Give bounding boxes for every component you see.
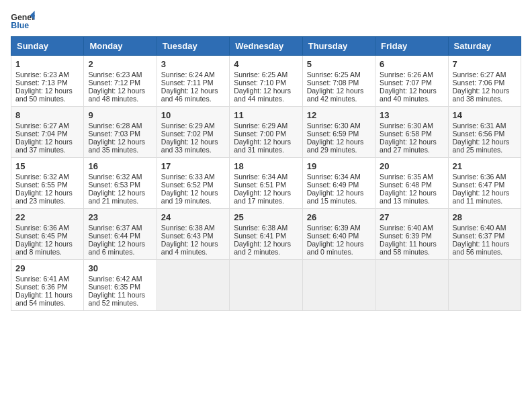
calendar-cell: 5Sunrise: 6:25 AMSunset: 7:08 PMDaylight… [302, 56, 375, 107]
sunrise: Sunrise: 6:29 AM [161, 122, 215, 130]
calendar-cell: 13Sunrise: 6:30 AMSunset: 6:58 PMDayligh… [375, 107, 448, 158]
calendar: SundayMondayTuesdayWednesdayThursdayFrid… [11, 36, 521, 311]
day-number: 21 [453, 161, 517, 171]
calendar-cell: 11Sunrise: 6:29 AMSunset: 7:00 PMDayligh… [230, 107, 302, 158]
day-number: 12 [307, 110, 371, 120]
daylight: Daylight: 12 hours and 23 minutes. [15, 189, 73, 205]
sunset: Sunset: 7:12 PM [88, 79, 140, 87]
day-number: 29 [15, 263, 79, 273]
sunrise: Sunrise: 6:27 AM [453, 71, 506, 79]
day-number: 26 [307, 212, 371, 222]
sunrise: Sunrise: 6:34 AM [234, 173, 287, 181]
daylight: Daylight: 11 hours and 52 minutes. [88, 291, 145, 307]
sunset: Sunset: 6:39 PM [380, 232, 432, 240]
daylight: Daylight: 12 hours and 31 minutes. [234, 138, 291, 154]
day-number: 23 [88, 212, 152, 222]
calendar-cell: 10Sunrise: 6:29 AMSunset: 7:02 PMDayligh… [157, 107, 229, 158]
logo-icon: General Blue [11, 11, 35, 31]
sunrise: Sunrise: 6:30 AM [380, 122, 433, 130]
sunrise: Sunrise: 6:31 AM [453, 122, 506, 130]
day-number: 17 [161, 161, 225, 171]
day-number: 13 [380, 110, 443, 120]
sunrise: Sunrise: 6:36 AM [453, 173, 506, 181]
calendar-cell: 26Sunrise: 6:39 AMSunset: 6:40 PMDayligh… [302, 209, 375, 260]
sunset: Sunset: 6:58 PM [380, 130, 432, 138]
svg-text:Blue: Blue [11, 21, 29, 30]
calendar-cell: 4Sunrise: 6:25 AMSunset: 7:10 PMDaylight… [230, 56, 302, 107]
calendar-week-3: 15Sunrise: 6:32 AMSunset: 6:55 PMDayligh… [11, 158, 521, 209]
sunset: Sunset: 6:52 PM [161, 181, 214, 189]
calendar-cell: 16Sunrise: 6:32 AMSunset: 6:53 PMDayligh… [84, 158, 157, 209]
day-number: 14 [453, 110, 517, 120]
day-number: 22 [15, 212, 79, 222]
day-header-tuesday: Tuesday [157, 37, 229, 56]
sunrise: Sunrise: 6:40 AM [380, 224, 433, 232]
calendar-cell [157, 260, 229, 311]
calendar-cell: 15Sunrise: 6:32 AMSunset: 6:55 PMDayligh… [11, 158, 84, 209]
sunrise: Sunrise: 6:35 AM [380, 173, 433, 181]
sunset: Sunset: 7:08 PM [307, 79, 359, 87]
sunrise: Sunrise: 6:37 AM [88, 224, 142, 232]
calendar-cell: 9Sunrise: 6:28 AMSunset: 7:03 PMDaylight… [84, 107, 157, 158]
sunrise: Sunrise: 6:27 AM [15, 122, 69, 130]
day-number: 16 [88, 161, 152, 171]
daylight: Daylight: 12 hours and 19 minutes. [161, 189, 218, 205]
sunrise: Sunrise: 6:28 AM [88, 122, 142, 130]
sunrise: Sunrise: 6:30 AM [307, 122, 361, 130]
daylight: Daylight: 12 hours and 46 minutes. [161, 87, 218, 103]
day-header-sunday: Sunday [11, 37, 84, 56]
calendar-cell: 19Sunrise: 6:34 AMSunset: 6:49 PMDayligh… [302, 158, 375, 209]
calendar-cell: 30Sunrise: 6:42 AMSunset: 6:35 PMDayligh… [84, 260, 157, 311]
calendar-cell: 28Sunrise: 6:40 AMSunset: 6:37 PMDayligh… [448, 209, 521, 260]
sunset: Sunset: 6:37 PM [453, 232, 505, 240]
sunset: Sunset: 6:36 PM [15, 283, 68, 291]
sunset: Sunset: 6:55 PM [15, 181, 68, 189]
day-number: 1 [15, 59, 79, 69]
calendar-header-row: SundayMondayTuesdayWednesdayThursdayFrid… [11, 37, 521, 56]
daylight: Daylight: 12 hours and 8 minutes. [15, 240, 73, 256]
day-number: 28 [453, 212, 517, 222]
day-header-friday: Friday [375, 37, 448, 56]
sunrise: Sunrise: 6:23 AM [15, 71, 69, 79]
daylight: Daylight: 12 hours and 21 minutes. [88, 189, 145, 205]
calendar-week-1: 1Sunrise: 6:23 AMSunset: 7:13 PMDaylight… [11, 56, 521, 107]
sunset: Sunset: 6:43 PM [161, 232, 214, 240]
sunset: Sunset: 7:02 PM [161, 130, 214, 138]
calendar-cell: 12Sunrise: 6:30 AMSunset: 6:59 PMDayligh… [302, 107, 375, 158]
sunrise: Sunrise: 6:32 AM [15, 173, 69, 181]
calendar-cell: 23Sunrise: 6:37 AMSunset: 6:44 PMDayligh… [84, 209, 157, 260]
daylight: Daylight: 12 hours and 4 minutes. [161, 240, 218, 256]
daylight: Daylight: 11 hours and 56 minutes. [453, 240, 510, 256]
daylight: Daylight: 12 hours and 40 minutes. [380, 87, 437, 103]
daylight: Daylight: 12 hours and 27 minutes. [380, 138, 437, 154]
daylight: Daylight: 12 hours and 38 minutes. [453, 87, 510, 103]
logo: General Blue [11, 11, 35, 31]
calendar-cell: 22Sunrise: 6:36 AMSunset: 6:45 PMDayligh… [11, 209, 84, 260]
daylight: Daylight: 11 hours and 54 minutes. [15, 291, 73, 307]
day-number: 11 [234, 110, 298, 120]
day-number: 18 [234, 161, 298, 171]
sunrise: Sunrise: 6:40 AM [453, 224, 506, 232]
daylight: Daylight: 12 hours and 15 minutes. [307, 189, 364, 205]
sunset: Sunset: 7:07 PM [380, 79, 432, 87]
sunrise: Sunrise: 6:34 AM [307, 173, 361, 181]
sunset: Sunset: 6:53 PM [88, 181, 140, 189]
calendar-cell: 25Sunrise: 6:38 AMSunset: 6:41 PMDayligh… [230, 209, 302, 260]
sunset: Sunset: 6:56 PM [453, 130, 505, 138]
day-number: 10 [161, 110, 225, 120]
day-number: 25 [234, 212, 298, 222]
sunset: Sunset: 6:49 PM [307, 181, 359, 189]
day-number: 27 [380, 212, 443, 222]
daylight: Daylight: 12 hours and 6 minutes. [88, 240, 145, 256]
calendar-cell: 8Sunrise: 6:27 AMSunset: 7:04 PMDaylight… [11, 107, 84, 158]
sunrise: Sunrise: 6:38 AM [161, 224, 215, 232]
daylight: Daylight: 12 hours and 33 minutes. [161, 138, 218, 154]
calendar-cell [302, 260, 375, 311]
daylight: Daylight: 12 hours and 0 minutes. [307, 240, 364, 256]
day-number: 5 [307, 59, 371, 69]
page-header: General Blue [11, 11, 521, 31]
day-header-wednesday: Wednesday [230, 37, 302, 56]
daylight: Daylight: 12 hours and 17 minutes. [234, 189, 291, 205]
calendar-cell: 24Sunrise: 6:38 AMSunset: 6:43 PMDayligh… [157, 209, 229, 260]
calendar-cell [230, 260, 302, 311]
